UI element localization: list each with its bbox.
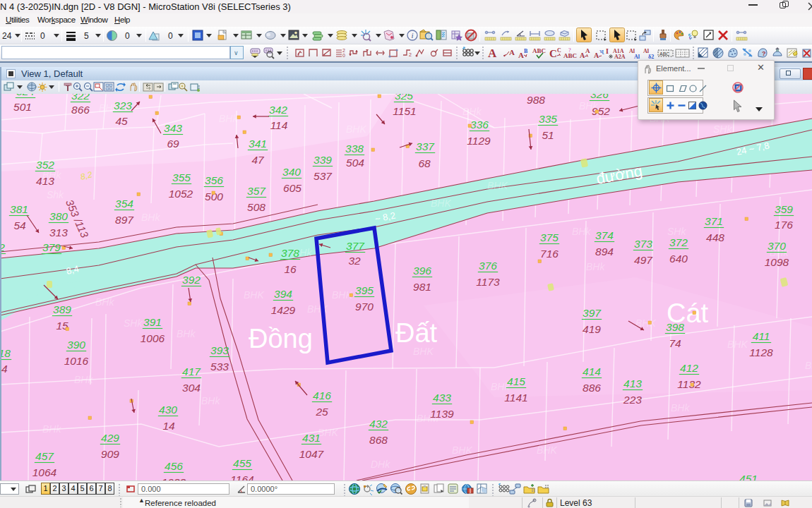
svg-text:324: 324 (16, 94, 35, 97)
svg-text:357: 357 (247, 185, 266, 197)
svg-text:716: 716 (540, 248, 559, 260)
svg-text:533: 533 (210, 361, 229, 373)
svg-text:497: 497 (634, 254, 653, 266)
svg-text:Đất: Đất (395, 318, 438, 348)
svg-text:304: 304 (182, 382, 201, 394)
svg-text:359: 359 (775, 203, 793, 215)
svg-text:BHK: BHK (727, 339, 748, 350)
svg-text:894: 894 (595, 246, 614, 258)
svg-text:417: 417 (182, 365, 201, 377)
svg-text:BHk: BHk (572, 226, 591, 237)
svg-text:1098: 1098 (765, 256, 789, 268)
svg-text:391: 391 (143, 316, 162, 328)
svg-text:BHk: BHk (671, 402, 690, 413)
svg-text:BHK: BHK (346, 123, 366, 135)
svg-text:605: 605 (283, 182, 301, 194)
svg-text:866: 866 (71, 104, 90, 116)
svg-text:372: 372 (669, 236, 688, 248)
svg-text:1052: 1052 (169, 188, 193, 200)
svg-text:47: 47 (251, 154, 265, 166)
svg-text:398: 398 (666, 321, 684, 333)
svg-text:313: 313 (49, 226, 68, 238)
svg-text:1132: 1132 (677, 378, 701, 390)
svg-text:BHK: BHK (487, 180, 508, 191)
svg-text:952: 952 (592, 105, 610, 117)
svg-text:1139: 1139 (430, 408, 454, 420)
svg-text:909: 909 (101, 448, 119, 460)
svg-text:C: C (557, 47, 561, 54)
svg-text:1173: 1173 (476, 276, 500, 288)
svg-text:BHk: BHk (219, 113, 238, 124)
svg-text:2: 2 (342, 48, 345, 53)
svg-text:69: 69 (167, 138, 179, 150)
svg-text:431: 431 (302, 432, 321, 444)
svg-text:373: 373 (634, 238, 652, 250)
svg-text:451: 451 (739, 473, 758, 480)
svg-text:Al: Al (634, 54, 640, 60)
svg-text:BHk: BHk (462, 106, 482, 117)
svg-text:343: 343 (164, 122, 182, 134)
svg-text:A: A (509, 48, 515, 56)
svg-text:A: A (580, 52, 585, 59)
svg-text:25: 25 (315, 406, 328, 418)
svg-text:413: 413 (623, 377, 642, 389)
svg-text:413: 413 (36, 175, 54, 187)
svg-text:A: A (488, 47, 497, 60)
svg-text:BHk: BHk (586, 261, 605, 272)
svg-text:2: 2 (409, 52, 412, 57)
svg-text:981: 981 (413, 281, 431, 293)
svg-text:?: ? (762, 50, 766, 57)
svg-text:BHK: BHK (244, 289, 264, 301)
svg-text:1128: 1128 (749, 346, 773, 358)
svg-text:0: 0 (342, 53, 345, 58)
svg-text:BHK: BHK (413, 346, 434, 357)
svg-text:1129: 1129 (467, 135, 491, 147)
svg-text:B: B (524, 48, 528, 54)
svg-text:335: 335 (539, 113, 557, 125)
svg-text:354: 354 (115, 198, 133, 210)
svg-text:176: 176 (775, 219, 793, 231)
svg-text:BHK: BHK (318, 427, 338, 438)
svg-text:16: 16 (284, 263, 297, 275)
svg-text:337: 337 (416, 140, 435, 152)
svg-text:1429: 1429 (271, 304, 296, 316)
svg-text:341: 341 (249, 138, 267, 150)
svg-text:397: 397 (583, 307, 602, 319)
svg-text:54: 54 (13, 219, 26, 231)
svg-text:455: 455 (233, 457, 251, 469)
svg-text:1006: 1006 (141, 332, 165, 344)
svg-text:74: 74 (669, 337, 681, 349)
svg-text:897: 897 (115, 214, 134, 226)
svg-text:396: 396 (413, 265, 431, 277)
svg-text:356: 356 (205, 174, 223, 186)
svg-text:32: 32 (348, 255, 361, 267)
svg-text:886: 886 (583, 382, 601, 394)
svg-text:ʯ: ʯ (599, 47, 604, 54)
svg-text:432: 432 (369, 418, 388, 430)
svg-text:414: 414 (583, 365, 601, 377)
svg-text:429: 429 (101, 432, 119, 444)
svg-text:433: 433 (433, 392, 451, 404)
svg-text:BHK: BHK (537, 445, 557, 456)
svg-text:376: 376 (479, 260, 497, 272)
svg-text:395: 395 (355, 284, 374, 296)
svg-text:BHK: BHK (452, 445, 472, 456)
svg-text:448: 448 (706, 231, 724, 243)
svg-text:325: 325 (395, 94, 413, 102)
svg-text:375: 375 (540, 231, 559, 243)
svg-text:C: C (549, 48, 557, 59)
svg-text:326: 326 (590, 94, 609, 100)
svg-text:323: 323 (114, 99, 132, 111)
svg-text:411: 411 (753, 330, 770, 342)
svg-text:51: 51 (542, 129, 554, 141)
svg-text:14: 14 (162, 420, 175, 432)
svg-text:1151: 1151 (393, 105, 416, 117)
svg-text:A: A (518, 51, 524, 59)
svg-text:416: 416 (313, 389, 331, 401)
svg-text:ABC: ABC (659, 52, 669, 56)
svg-text:392: 392 (182, 274, 201, 286)
svg-text:ABC: ABC (532, 47, 546, 54)
svg-text:390: 390 (67, 339, 85, 351)
svg-text:1047: 1047 (299, 448, 325, 460)
svg-text:355: 355 (172, 171, 191, 183)
